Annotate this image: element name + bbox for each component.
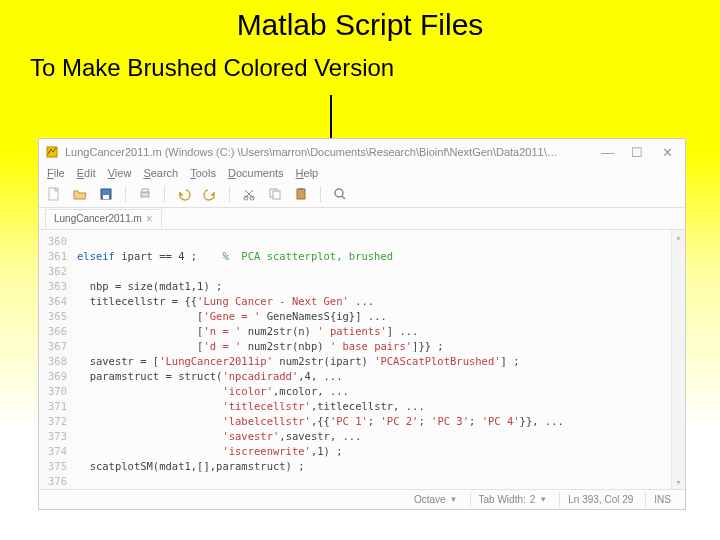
tab-close-icon[interactable]: × (146, 212, 153, 226)
line-number: 365 (41, 309, 67, 324)
tabbar: LungCancer2011.m × (39, 208, 685, 230)
menu-search[interactable]: Search (143, 167, 178, 179)
status-position: Ln 393, Col 29 (559, 492, 641, 507)
line-number: 371 (41, 399, 67, 414)
menu-view[interactable]: View (108, 167, 132, 179)
chevron-down-icon: ▼ (450, 495, 458, 504)
toolbar-separator (229, 186, 230, 202)
toolbar-separator (125, 186, 126, 202)
line-number: 362 (41, 264, 67, 279)
line-number: 374 (41, 444, 67, 459)
window-title: LungCancer2011.m (Windows (C:) \Users\ma… (65, 146, 601, 158)
tab-label: LungCancer2011.m (54, 213, 142, 224)
svg-rect-3 (103, 195, 109, 199)
toolbar-separator (320, 186, 321, 202)
redo-icon[interactable] (201, 185, 219, 203)
save-icon[interactable] (97, 185, 115, 203)
status-insert-mode[interactable]: INS (645, 492, 679, 507)
menubar: File Edit View Search Tools Documents He… (39, 165, 685, 181)
new-file-icon[interactable] (45, 185, 63, 203)
open-file-icon[interactable] (71, 185, 89, 203)
print-icon[interactable] (136, 185, 154, 203)
menu-edit[interactable]: Edit (77, 167, 96, 179)
svg-rect-9 (273, 191, 280, 199)
menu-tools[interactable]: Tools (190, 167, 216, 179)
scroll-down-icon[interactable]: ▾ (672, 475, 685, 489)
status-highlight[interactable]: Octave▼ (406, 492, 466, 507)
menu-help[interactable]: Help (296, 167, 319, 179)
svg-point-12 (335, 189, 343, 197)
line-number: 373 (41, 429, 67, 444)
toolbar-separator (164, 186, 165, 202)
cut-icon[interactable] (240, 185, 258, 203)
chevron-down-icon: ▼ (539, 495, 547, 504)
line-number: 369 (41, 369, 67, 384)
line-gutter: 360 361 362 363 364 365 366 367 368 369 … (39, 230, 73, 489)
line-number: 363 (41, 279, 67, 294)
copy-icon[interactable] (266, 185, 284, 203)
code-area: 360 361 362 363 364 365 366 367 368 369 … (39, 230, 685, 489)
vertical-scrollbar[interactable]: ▴ ▾ (671, 230, 685, 489)
tab-active[interactable]: LungCancer2011.m × (45, 209, 162, 229)
line-number: 360 (41, 234, 67, 249)
code-content[interactable]: elseif ipart == 4 ; % PCA scatterplot, b… (73, 230, 671, 489)
menu-documents[interactable]: Documents (228, 167, 284, 179)
status-tabwidth[interactable]: Tab Width: 2▼ (470, 492, 556, 507)
editor-window: LungCancer2011.m (Windows (C:) \Users\ma… (38, 138, 686, 510)
scroll-up-icon[interactable]: ▴ (672, 230, 685, 244)
statusbar: Octave▼ Tab Width: 2▼ Ln 393, Col 29 INS (39, 489, 685, 509)
line-number: 364 (41, 294, 67, 309)
svg-rect-5 (142, 189, 148, 192)
svg-rect-11 (299, 188, 303, 190)
svg-rect-10 (297, 189, 305, 199)
paste-icon[interactable] (292, 185, 310, 203)
line-number: 367 (41, 339, 67, 354)
line-number: 366 (41, 324, 67, 339)
slide-title: Matlab Script Files (0, 0, 720, 42)
maximize-button[interactable]: ☐ (631, 145, 643, 160)
line-number: 370 (41, 384, 67, 399)
app-icon (45, 145, 59, 159)
titlebar: LungCancer2011.m (Windows (C:) \Users\ma… (39, 139, 685, 165)
line-number: 361 (41, 249, 67, 264)
line-number: 372 (41, 414, 67, 429)
line-number: 368 (41, 354, 67, 369)
menu-file[interactable]: File (47, 167, 65, 179)
toolbar (39, 181, 685, 208)
svg-rect-4 (141, 192, 149, 197)
slide-subtitle: To Make Brushed Colored Version (0, 42, 720, 82)
search-icon[interactable] (331, 185, 349, 203)
line-number: 376 (41, 474, 67, 489)
minimize-button[interactable]: — (601, 145, 613, 160)
line-number: 375 (41, 459, 67, 474)
undo-icon[interactable] (175, 185, 193, 203)
close-button[interactable]: ✕ (661, 145, 673, 160)
